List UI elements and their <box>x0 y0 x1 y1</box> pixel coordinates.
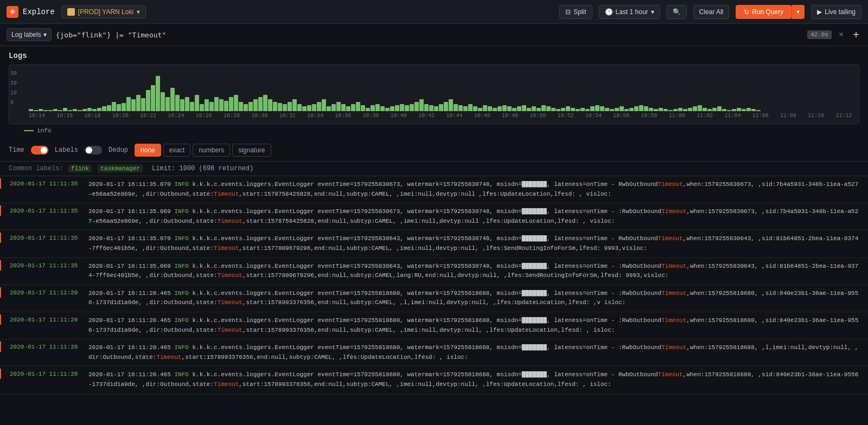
histogram-bar <box>302 106 307 111</box>
query-close-button[interactable]: × <box>836 29 846 41</box>
histogram-bar <box>126 97 131 111</box>
time-toggle[interactable] <box>31 146 48 154</box>
histogram-bar <box>161 92 165 111</box>
run-query-button[interactable]: ↻ Run Query <box>736 5 792 19</box>
histogram-bar <box>439 104 443 111</box>
log-row[interactable]: 2020-01-17 11:11:352020-01-17 16:11:35.0… <box>0 176 868 203</box>
histogram-bar <box>532 106 536 111</box>
query-input[interactable] <box>56 30 803 40</box>
log-row[interactable]: 2020-01-17 11:11:202020-01-17 16:11:20.4… <box>0 312 868 339</box>
mode-numbers-button[interactable]: numbers <box>193 144 230 157</box>
x-axis-label: 10:42 <box>418 113 435 119</box>
histogram-bar <box>703 108 707 112</box>
log-timestamp: 2020-01-17 11:11:35 <box>0 233 84 243</box>
time-range-button[interactable]: 🕐 Last 1 hour ▾ <box>599 5 660 19</box>
datasource-chevron-icon: ▾ <box>137 8 140 16</box>
query-add-button[interactable]: + <box>851 29 861 41</box>
histogram-bar <box>200 104 204 111</box>
search-icon-button[interactable]: 🔍 <box>667 5 687 19</box>
logs-title: Logs <box>9 51 859 60</box>
x-axis-label: 10:28 <box>224 113 240 119</box>
histogram-bar <box>444 102 448 111</box>
x-axis-label: 11:06 <box>752 113 769 119</box>
histogram-bar <box>229 97 233 111</box>
log-row[interactable]: 2020-01-17 11:11:352020-01-17 16:11:35.0… <box>0 203 868 230</box>
histogram-bar <box>649 108 653 112</box>
histogram-bar <box>629 108 634 112</box>
refresh-icon: ↻ <box>744 8 749 16</box>
histogram-bar <box>527 108 531 112</box>
log-row[interactable]: 2020-01-17 11:11:202020-01-17 16:11:20.4… <box>0 285 868 312</box>
histogram-bar <box>663 109 668 111</box>
histogram-bar <box>707 109 712 111</box>
histogram-bar <box>53 109 58 111</box>
datasource-selector[interactable]: [PROD] YARN Loki ▾ <box>61 5 146 18</box>
x-axis-label: 10:24 <box>168 113 184 119</box>
histogram-bar <box>497 106 502 111</box>
histogram-bar <box>151 85 155 111</box>
labels-ctrl-label: Labels <box>55 146 78 154</box>
search-icon: 🔍 <box>673 8 681 16</box>
app-title: Explore <box>23 8 55 16</box>
histogram-bar <box>29 109 33 111</box>
histogram-bar <box>585 109 590 111</box>
clear-all-button[interactable]: Clear All <box>693 5 730 19</box>
live-tailing-button[interactable]: ▶ Live tailing <box>811 5 861 19</box>
run-query-dropdown-button[interactable]: ▾ <box>792 5 805 19</box>
histogram-bar <box>624 109 629 111</box>
time-range-label: Last 1 hour <box>616 8 648 16</box>
histogram-bar <box>668 110 673 111</box>
log-content: 2020-01-17 16:11:20.465 INFO k.k.k.c.eve… <box>84 369 868 391</box>
x-axis-label: 10:48 <box>502 113 518 119</box>
histogram-bar <box>429 105 433 111</box>
histogram-bar <box>292 99 297 111</box>
histogram-bar <box>722 109 726 111</box>
histogram-bar <box>107 105 111 111</box>
log-row[interactable]: 2020-01-17 11:11:202020-01-17 16:11:20.4… <box>0 339 868 366</box>
histogram-bar <box>463 106 468 111</box>
histogram-bar <box>610 109 614 111</box>
x-axis-label: 10:34 <box>307 113 323 119</box>
histogram-bar <box>327 106 331 111</box>
log-row[interactable]: 2020-01-17 11:11:202020-01-17 16:11:20.4… <box>0 366 868 394</box>
x-axis-label: 10:18 <box>85 113 101 119</box>
histogram-bar <box>190 102 194 111</box>
common-label-flink[interactable]: flink <box>68 165 92 172</box>
query-duration-badge: 42.0s <box>807 30 832 39</box>
x-axis-label: 11:10 <box>808 113 824 119</box>
histogram-bar <box>39 109 43 111</box>
mode-exact-button[interactable]: exact <box>163 144 191 157</box>
query-bar: Log labels ▾ 42.0s × + <box>0 24 868 46</box>
y-axis-labels: 30 20 10 0 <box>10 70 17 106</box>
histogram-bar <box>92 109 97 111</box>
histogram-bar <box>322 99 326 111</box>
x-axis-label: 10:14 <box>29 113 45 119</box>
common-label-taskmanager[interactable]: taskmanager <box>98 165 143 172</box>
histogram-bar <box>517 106 521 111</box>
histogram-bar <box>317 102 321 111</box>
labels-toggle[interactable] <box>85 146 102 154</box>
play-icon: ▶ <box>817 8 822 16</box>
histogram-bar <box>478 108 482 112</box>
log-labels-button[interactable]: Log labels ▾ <box>7 28 52 41</box>
log-row[interactable]: 2020-01-17 11:11:352020-01-17 16:11:35.0… <box>0 230 868 257</box>
histogram-bar <box>78 110 82 111</box>
histogram-bar <box>117 104 121 111</box>
x-axis-label: 10:32 <box>279 113 296 119</box>
x-axis-labels: 10:1410:1610:1810:2010:2210:2410:2610:28… <box>29 113 852 119</box>
log-row[interactable]: 2020-01-17 11:11:352020-01-17 16:11:35.0… <box>0 258 868 285</box>
mode-signature-button[interactable]: signature <box>232 144 271 157</box>
histogram-bar <box>717 106 722 111</box>
clock-icon: 🕐 <box>605 8 613 16</box>
histogram-bar <box>473 106 477 111</box>
histogram-bar <box>678 108 682 112</box>
mode-none-button[interactable]: none <box>135 144 161 157</box>
histogram-bar <box>458 105 463 111</box>
histogram-bar <box>410 104 414 111</box>
split-button[interactable]: ⊟ Split <box>559 5 592 19</box>
x-axis-label: 11:04 <box>724 113 741 119</box>
histogram-bar <box>620 106 624 111</box>
log-content: 2020-01-17 16:11:35.069 INFO k.k.k.c.eve… <box>84 260 868 282</box>
legend-line-icon <box>24 130 34 131</box>
histogram-bar <box>634 106 639 111</box>
